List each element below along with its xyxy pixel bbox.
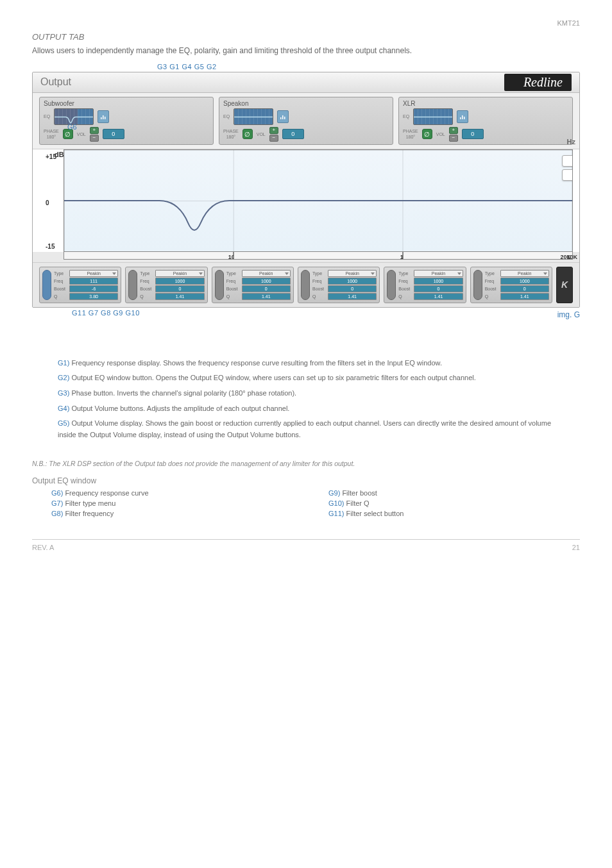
filter-q-input[interactable]: 1.41: [155, 293, 204, 300]
callout-g6: G6: [67, 123, 77, 131]
filter-boost-input[interactable]: -6: [69, 285, 118, 292]
y-tick: -15: [46, 243, 55, 250]
filter-type-menu[interactable]: Peakin: [155, 270, 204, 277]
brand-k-logo: K: [556, 267, 573, 303]
filter-freq-input[interactable]: 111: [69, 278, 118, 285]
filter-select-button[interactable]: [128, 270, 137, 300]
response-curve-icon: [64, 150, 572, 251]
vol-display[interactable]: 0: [103, 129, 124, 139]
filter-select-button[interactable]: [215, 270, 224, 300]
eq-button[interactable]: [457, 110, 468, 123]
eq-button[interactable]: [277, 110, 289, 123]
y-tick: +15: [46, 153, 56, 160]
graph-tool-button[interactable]: [562, 169, 573, 181]
vol-display[interactable]: 0: [462, 129, 484, 139]
filter-boost-input[interactable]: 0: [242, 285, 291, 292]
desc-text: Filter frequency: [63, 510, 114, 517]
brand-logo: Redline: [504, 74, 572, 91]
phase-button[interactable]: ∅: [242, 129, 253, 139]
channel-name: Subwoofer: [44, 100, 209, 107]
desc-key: G8): [51, 510, 63, 517]
filter-select-button[interactable]: [301, 270, 310, 300]
desc-text: Frequency response curve: [63, 489, 148, 497]
filter-type-menu[interactable]: Peakin: [500, 270, 549, 277]
eq-window-columns: G6) Frequency response curve G7) Filter …: [51, 489, 580, 520]
svg-rect-6: [460, 117, 461, 119]
desc-key: G11): [328, 510, 344, 517]
filter-q-input[interactable]: 1.41: [500, 293, 549, 300]
desc-text: Output Volume display. Shows the gain bo…: [58, 419, 551, 438]
callout-labels-bottom: G11 G7 G8 G9 G10: [72, 309, 140, 317]
note: N.B.: The XLR DSP section of the Output …: [32, 460, 580, 467]
filter-freq-input[interactable]: 1000: [500, 278, 549, 285]
phase-sub: 180°: [406, 135, 415, 139]
filter-boost-input[interactable]: 0: [328, 285, 377, 292]
vol-label: VOL: [257, 132, 266, 137]
mini-freq-display: [413, 108, 453, 125]
filter-freq-input[interactable]: 1000: [414, 278, 463, 285]
app-titlebar: Output Redline: [33, 72, 579, 93]
freq-response-graph[interactable]: [64, 149, 573, 252]
mini-freq-display: [234, 108, 273, 125]
desc-text: Filter Q: [344, 499, 369, 507]
eq-icon: [280, 113, 286, 120]
filter-type-menu[interactable]: Peakin: [328, 270, 377, 277]
filter-type-menu[interactable]: Peakin: [69, 270, 118, 277]
filter-freq-label: Freq: [54, 279, 68, 283]
svg-rect-1: [103, 115, 104, 119]
filter-block: TypePeakin Freq1000 Boost0 Q1.41: [125, 267, 207, 303]
filter-q-input[interactable]: 1.41: [414, 293, 463, 300]
section-intro: Allows users to independently manage the…: [32, 46, 580, 56]
phase-icon: ∅: [424, 131, 430, 138]
vol-label: VOL: [77, 132, 86, 137]
plus-icon: +: [272, 128, 275, 133]
x-tick: 20K: [561, 254, 572, 260]
phase-label: PHASE: [403, 129, 418, 133]
filter-select-button[interactable]: [42, 270, 51, 300]
minus-icon: −: [272, 135, 275, 140]
desc-text: Filter select button: [344, 510, 404, 517]
filter-block: TypePeakin Freq1000 Boost0 Q1.41: [470, 267, 552, 303]
phase-icon: ∅: [244, 131, 250, 138]
filter-freq-input[interactable]: 1000: [242, 278, 291, 285]
doc-id: KMT21: [32, 19, 580, 27]
filter-boost-label: Boost: [54, 287, 68, 291]
graph-tool-button[interactable]: [562, 155, 573, 167]
desc-key: G4): [58, 405, 69, 412]
vol-down-button[interactable]: −: [90, 135, 99, 142]
desc-text: Output EQ window button. Opens the Outpu…: [69, 374, 475, 381]
filter-boost-input[interactable]: 0: [414, 285, 463, 292]
svg-rect-3: [280, 117, 282, 119]
filter-q-input[interactable]: 1.41: [242, 293, 291, 300]
filter-freq-input[interactable]: 1000: [328, 278, 377, 285]
eq-icon: [459, 113, 466, 120]
vol-down-button[interactable]: −: [449, 135, 458, 142]
filter-q-input[interactable]: 1.41: [328, 293, 377, 300]
filter-freq-input[interactable]: 1000: [155, 278, 204, 285]
minus-icon: −: [452, 135, 455, 140]
x-axis: 100 1K 10K20K: [33, 252, 579, 262]
phase-label: PHASE: [223, 129, 239, 133]
callout-labels-top: G3 G1 G4 G5 G2: [157, 63, 580, 71]
filter-q-input[interactable]: 3.80: [69, 293, 118, 300]
filter-type-menu[interactable]: Peakin: [414, 270, 463, 277]
revision: REV. A: [32, 544, 54, 551]
filter-boost-input[interactable]: 0: [500, 285, 549, 292]
filter-boost-input[interactable]: 0: [155, 285, 204, 292]
graph-area: dB +15 0 -15 Hz: [33, 149, 579, 252]
vol-display[interactable]: 0: [282, 129, 304, 139]
filter-block: TypePeakin Freq1000 Boost0 Q1.41: [384, 267, 466, 303]
eq-button[interactable]: [98, 110, 109, 123]
filter-type-menu[interactable]: Peakin: [242, 270, 291, 277]
x-axis-label: Hz: [567, 138, 575, 146]
app-title: Output: [40, 76, 71, 88]
phase-button[interactable]: ∅: [422, 129, 432, 139]
vol-up-button[interactable]: +: [90, 127, 99, 134]
vol-down-button[interactable]: −: [269, 135, 278, 142]
filter-select-button[interactable]: [387, 270, 396, 300]
filter-select-button[interactable]: [473, 270, 482, 300]
svg-rect-4: [282, 115, 284, 119]
vol-up-button[interactable]: +: [269, 127, 278, 134]
vol-up-button[interactable]: +: [449, 127, 458, 134]
desc-text: Frequency response display. Shows the fr…: [69, 359, 442, 367]
